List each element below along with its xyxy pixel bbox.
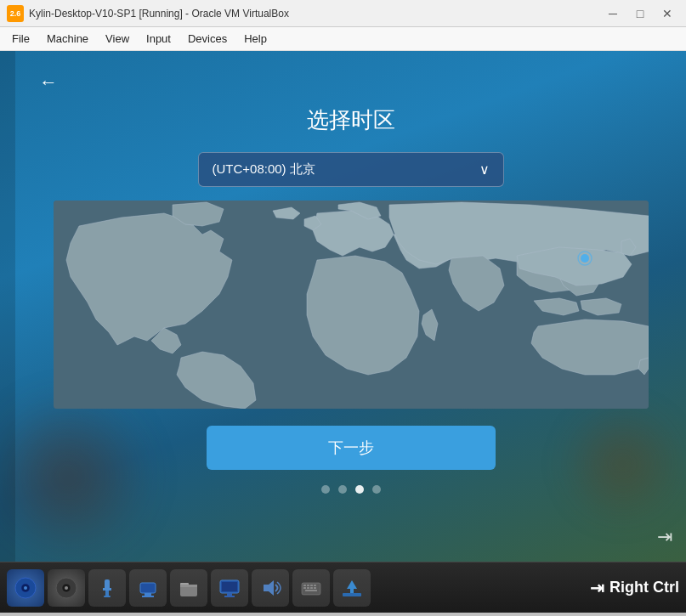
menu-file[interactable]: File	[3, 29, 38, 48]
close-button[interactable]: ✕	[655, 4, 679, 23]
title-bar: 2.6 Kylin-Desktop-V10-SP1 [Running] - Or…	[0, 0, 686, 27]
svg-rect-22	[224, 596, 235, 597]
svg-rect-18	[180, 585, 197, 587]
menu-bar: File Machine View Input Devices Help	[0, 27, 686, 51]
svg-point-5	[24, 586, 27, 590]
svg-rect-34	[343, 593, 361, 596]
svg-rect-20	[222, 582, 237, 591]
svg-marker-23	[264, 580, 274, 596]
menu-view[interactable]: View	[97, 29, 138, 48]
menu-devices[interactable]: Devices	[179, 29, 235, 48]
minimize-button[interactable]: ─	[601, 4, 625, 23]
taskbar-download-icon[interactable]	[333, 569, 371, 607]
exit-icon[interactable]: ⇥	[657, 526, 672, 548]
menu-input[interactable]: Input	[138, 29, 179, 48]
dot-4	[372, 485, 381, 494]
timezone-dropdown[interactable]: (UTC+08:00) 北京 ∨	[198, 152, 504, 187]
world-map[interactable]	[54, 201, 649, 409]
svg-rect-31	[310, 587, 313, 589]
svg-rect-29	[303, 587, 306, 589]
window-title: Kylin-Desktop-V10-SP1 [Running] - Oracle…	[29, 8, 601, 20]
svg-rect-28	[314, 585, 316, 586]
next-button[interactable]: 下一步	[207, 426, 496, 470]
svg-marker-35	[347, 580, 357, 593]
svg-rect-13	[140, 583, 156, 593]
dot-2	[338, 485, 347, 494]
taskbar-usb-icon[interactable]	[88, 569, 126, 607]
menu-help[interactable]: Help	[235, 29, 275, 48]
taskbar-dvd-icon[interactable]	[48, 569, 85, 607]
right-ctrl-indicator: ⇥ Right Ctrl	[590, 578, 679, 598]
content-panel: ← 选择时区 (UTC+08:00) 北京 ∨	[15, 51, 686, 562]
svg-rect-10	[103, 588, 111, 591]
page-dots	[321, 485, 381, 494]
maximize-button[interactable]: □	[628, 4, 652, 23]
taskbar-disk-icon[interactable]	[7, 569, 44, 607]
taskbar-keyboard-icon[interactable]	[292, 569, 330, 607]
dot-3	[355, 485, 364, 494]
svg-rect-33	[305, 590, 317, 591]
svg-rect-15	[142, 596, 154, 597]
taskbar-display-icon[interactable]	[211, 569, 248, 607]
svg-rect-12	[104, 596, 111, 597]
svg-rect-30	[307, 587, 309, 589]
right-ctrl-icon: ⇥	[590, 578, 604, 598]
svg-rect-14	[145, 593, 151, 596]
back-button[interactable]: ←	[32, 68, 65, 97]
taskbar-audio-icon[interactable]	[252, 569, 289, 607]
vm-display: ← 选择时区 (UTC+08:00) 北京 ∨	[0, 51, 686, 562]
taskbar-folder-icon[interactable]	[170, 569, 207, 607]
svg-rect-21	[227, 593, 232, 596]
svg-point-8	[65, 586, 68, 590]
svg-rect-26	[307, 585, 309, 586]
chevron-down-icon: ∨	[479, 161, 490, 178]
svg-point-1	[581, 254, 589, 263]
app-icon: 2.6	[7, 5, 24, 22]
svg-rect-32	[314, 587, 316, 589]
svg-rect-25	[303, 585, 306, 586]
dot-1	[321, 485, 330, 494]
svg-rect-27	[310, 585, 313, 586]
timezone-value: (UTC+08:00) 北京	[213, 161, 315, 178]
taskbar-network-icon[interactable]	[129, 569, 167, 607]
left-panel	[0, 51, 15, 562]
taskbar: ⇥ Right Ctrl	[0, 562, 686, 613]
window-controls: ─ □ ✕	[601, 4, 679, 23]
menu-machine[interactable]: Machine	[38, 29, 97, 48]
right-ctrl-label: Right Ctrl	[609, 579, 679, 596]
page-title: 选择时区	[307, 105, 395, 135]
